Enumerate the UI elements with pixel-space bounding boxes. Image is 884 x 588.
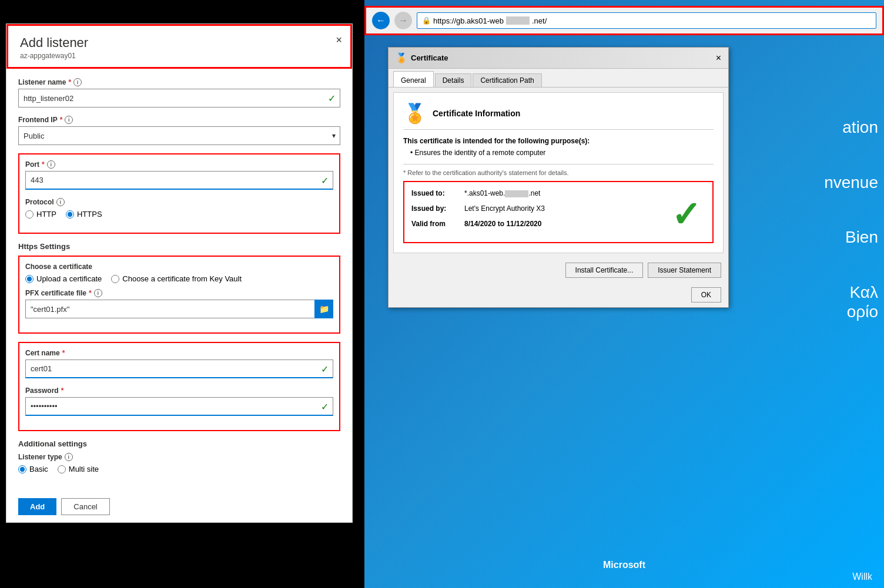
cert-domain-redacted [505,190,528,197]
cert-valid-row: Valid from 8/14/2020 to 11/12/2020 [411,220,705,228]
pfx-required: * [89,289,92,297]
cert-body: 🏅 Certificate Information This certifica… [393,92,724,253]
additional-settings-section: Additional settings Listener type i Basi… [18,439,340,473]
https-settings-section: Https Settings Choose a certificate Uplo… [18,242,340,334]
cert-name-label: Cert name * [25,349,333,357]
dialog-body: Listener name * i ✓ Frontend IP * i [6,69,352,491]
listener-name-check-icon: ✓ [328,93,336,104]
pfx-file-label: PFX certificate file * i [25,289,333,297]
cert-issued-by-value: Let's Encrypt Authority X3 [464,204,545,213]
cancel-button[interactable]: Cancel [61,498,109,515]
install-certificate-button[interactable]: Install Certificate... [565,263,644,278]
cert-name-input-wrapper: ✓ [25,359,333,378]
cert-issued-by-row: Issued by: Let's Encrypt Authority X3 [411,204,705,213]
port-group: Port * i ✓ [25,160,333,190]
port-required: * [42,160,45,169]
protocol-https-option[interactable]: HTTPS [66,210,102,219]
cert-choice-label: Choose a certificate [25,263,333,271]
cert-name-password-section: Cert name * ✓ Password * [18,342,340,431]
listener-basic-radio[interactable] [18,465,26,473]
port-info-icon[interactable]: i [47,160,55,169]
certificate-section: Choose a certificate Upload a certificat… [18,256,340,334]
issuer-statement-button[interactable]: Issuer Statement [648,263,721,278]
protocol-info-icon[interactable]: i [56,198,65,206]
listener-type-info-icon[interactable]: i [65,453,73,461]
listener-multisite-radio[interactable] [58,465,66,473]
browser-forward-button[interactable]: → [394,12,412,29]
pfx-file-input-wrapper: 📁 [25,300,333,318]
cert-name-input[interactable] [25,359,333,378]
cert-name-check-icon: ✓ [321,364,329,375]
required-mark: * [68,78,71,86]
cert-keyvault-radio[interactable] [111,275,119,283]
pfx-info-icon[interactable]: i [94,289,102,297]
cert-upload-radio[interactable] [25,275,34,283]
frontend-ip-info-icon[interactable]: i [65,116,73,124]
listener-name-input-wrapper: ✓ [18,89,340,107]
cert-issued-to-label: Issued to: [411,189,464,197]
frontend-ip-dropdown[interactable]: Public [18,126,340,145]
cert-upload-option[interactable]: Upload a certificate [25,274,102,283]
right-panel: ← → 🔒 https://gb.aks01-web .net/ 🏅 Certi… [364,0,884,588]
port-label: Port * i [25,160,333,169]
listener-basic-option[interactable]: Basic [18,465,48,473]
cert-name-required: * [62,349,65,357]
cert-dialog-title: 🏅 Certificate [396,52,448,63]
frontend-ip-required: * [60,116,63,124]
listener-multisite-option[interactable]: Multi site [58,465,99,473]
protocol-http-radio[interactable] [25,210,34,219]
browser-url-suffix: .net/ [532,16,547,25]
port-check-icon: ✓ [321,175,329,186]
port-input-wrapper: ✓ [25,171,333,190]
add-button[interactable]: Add [18,498,56,515]
microsoft-text: Microsoft [603,560,645,570]
cert-purpose-item: • Ensures the identity of a remote compu… [410,149,714,157]
cert-keyvault-option[interactable]: Choose a certificate from Key Vault [111,274,242,283]
password-required: * [61,387,64,395]
cert-name-group: Cert name * ✓ [25,349,333,378]
green-checkmark-icon: ✓ [671,194,701,235]
password-group: Password * ✓ [25,387,333,416]
certificate-dialog: 🏅 Certificate × General Details Certific… [388,47,729,308]
password-label: Password * [25,387,333,395]
dialog-subtitle: az-appgateway01 [20,52,339,60]
frontend-ip-label: Frontend IP * i [18,116,340,124]
cert-ok-footer: OK [389,283,728,307]
pfx-file-input[interactable] [25,300,314,318]
listener-name-input[interactable] [18,89,340,107]
side-text-area: ation nvenue Bien Καλορίο [813,117,884,357]
side-text-nvenue: nvenue [813,173,878,193]
listener-type-label: Listener type i [18,453,340,461]
cert-tab-details[interactable]: Details [435,73,472,87]
cert-tab-general[interactable]: General [393,71,434,87]
browser-address-bar[interactable]: 🔒 https://gb.aks01-web .net/ [417,12,876,29]
protocol-http-option[interactable]: HTTP [25,210,56,219]
dialog-title: Add listener [20,35,339,51]
side-text-kal: Καλορίο [813,283,878,322]
cert-issued-to-row: Issued to: *.aks01-web..net [411,189,705,197]
cert-ok-button[interactable]: OK [691,287,721,303]
browser-chrome: ← → 🔒 https://gb.aks01-web .net/ [364,6,884,35]
cert-info-header: 🏅 Certificate Information [403,102,714,130]
cert-dialog-close-button[interactable]: × [716,53,721,63]
pfx-browse-button[interactable]: 📁 [314,300,333,318]
frontend-ip-dropdown-wrapper: Public ▾ [18,126,340,145]
cert-badge-icon: 🏅 [403,102,427,125]
certificate-icon: 🏅 [396,52,407,63]
password-input[interactable] [25,397,333,416]
pfx-file-group: PFX certificate file * i 📁 [25,289,333,318]
dialog-close-button[interactable]: × [336,34,342,46]
listener-name-info-icon[interactable]: i [73,78,82,86]
cert-tab-certification-path[interactable]: Certification Path [473,73,541,87]
password-input-wrapper: ✓ [25,397,333,416]
listener-name-label: Listener name * i [18,78,340,86]
protocol-https-radio[interactable] [66,210,74,219]
cert-issued-by-label: Issued by: [411,204,464,213]
folder-icon: 📁 [319,304,329,314]
listener-name-group: Listener name * i ✓ [18,78,340,107]
listener-type-row: Basic Multi site [18,465,340,473]
browser-back-button[interactable]: ← [372,12,390,29]
port-input[interactable] [25,171,333,190]
cert-valid-label: Valid from [411,220,464,228]
password-check-icon: ✓ [321,401,329,412]
